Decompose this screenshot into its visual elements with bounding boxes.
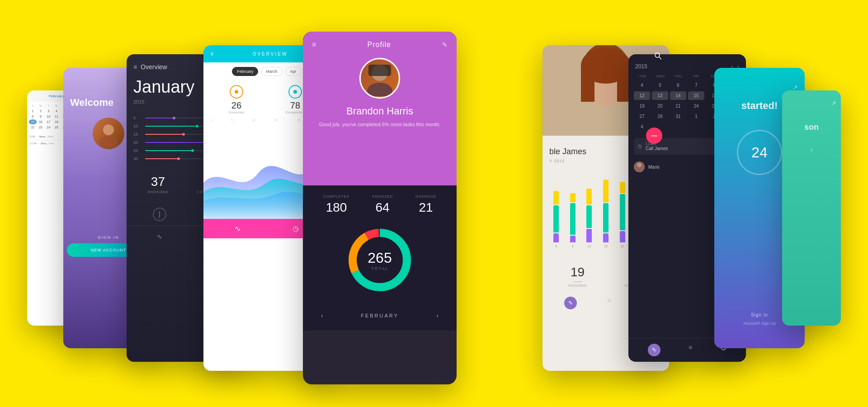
s9-exit-icon[interactable]: ↗ xyxy=(831,99,836,107)
tab-april[interactable]: Apr xyxy=(285,67,302,76)
s5-edit-icon[interactable]: ✎ xyxy=(442,41,448,48)
svg-point-0 xyxy=(103,124,114,135)
s9-text: son xyxy=(804,123,819,132)
svg-line-17 xyxy=(659,57,661,59)
s5-top-bar: ≡ Profile ✎ xyxy=(312,41,448,49)
s5-menu-icon[interactable]: ≡ xyxy=(312,41,316,49)
s7-list-icon[interactable]: ≡ xyxy=(689,344,692,356)
s5-bottom-section: COMPLETED 180 SNOOZED 64 OVERDUE 21 xyxy=(303,185,457,331)
s5-overdue-label: OVERDUE xyxy=(415,194,437,199)
s3-title: Overview xyxy=(141,63,167,71)
s7-year: 2015 xyxy=(635,63,647,70)
svg-point-16 xyxy=(655,53,660,57)
s9-arrow-icon[interactable]: › xyxy=(810,146,812,154)
svg-point-3 xyxy=(367,83,392,96)
tab-march[interactable]: March xyxy=(261,67,282,76)
s5-snoozed-val: 64 xyxy=(372,200,393,215)
s5-snoozed-label: SNOOZED xyxy=(372,194,393,199)
tab-february[interactable]: February xyxy=(232,67,258,76)
svg-rect-14 xyxy=(581,66,594,102)
s5-completed-label: COMPLETED xyxy=(323,194,350,199)
s8-exit-icon[interactable]: ↗ xyxy=(793,84,798,91)
s5-total-label: TOTAL xyxy=(368,266,392,271)
s5-user-name: Brandon Harris xyxy=(346,105,413,117)
s6-search-icon[interactable] xyxy=(654,52,662,62)
s5-avatar xyxy=(359,58,400,99)
s3-menu-icon[interactable]: ≡ xyxy=(133,63,137,71)
screens-container: February S M T W T F S 1 2 3 4 5 6 7 8 9… xyxy=(27,18,841,389)
s3-wave-icon[interactable]: ∿ xyxy=(157,233,162,240)
svg-point-19 xyxy=(635,168,643,172)
s8-started-text: started! xyxy=(741,100,778,112)
s2-user-photo xyxy=(93,118,124,149)
screen-teal-right: ↗ son › xyxy=(782,90,841,326)
s5-profile-title: Profile xyxy=(367,41,391,49)
s5-next-month-btn[interactable]: › xyxy=(436,312,439,319)
svg-rect-5 xyxy=(368,65,391,76)
s5-metrics: COMPLETED 180 SNOOZED 64 OVERDUE 21 xyxy=(312,194,448,215)
s5-prev-month-btn[interactable]: ‹ xyxy=(321,312,323,319)
svg-point-1 xyxy=(99,136,118,147)
s6-list-icon[interactable]: ≡ xyxy=(607,297,611,309)
s6-fab-btn[interactable]: ••• xyxy=(646,128,662,144)
s4-snoozed-lbl: Snoozed xyxy=(229,111,245,114)
s6-snoozed-lbl: SNOOZED xyxy=(568,284,587,287)
s6-pencil-icon[interactable]: ✎ xyxy=(564,297,577,309)
s5-total-num: 265 xyxy=(368,250,392,266)
s5-top-section: ≡ Profile ✎ Brandon Harris Good job, you… xyxy=(303,32,457,185)
s5-subtitle: Good job, you've completed 6% more tasks… xyxy=(319,121,441,128)
s3-snoozed-label: SNOOZED xyxy=(147,190,169,194)
s5-month-label: FEBRUARY xyxy=(361,313,399,318)
s8-num-val: 24 xyxy=(751,144,768,161)
s8-signup-link[interactable]: Account? Sign Up xyxy=(743,321,776,326)
s5-overdue-val: 21 xyxy=(415,200,437,215)
s4-wave-icon[interactable]: ∿ xyxy=(235,224,241,233)
s4-snoozed-val: 26 xyxy=(229,100,245,111)
s5-month-nav: ‹ FEBRUARY › xyxy=(312,305,448,322)
s3-snoozed-val: 37 xyxy=(147,175,169,189)
s6-snoozed-val: 19 xyxy=(568,265,587,279)
svg-point-18 xyxy=(637,163,642,167)
s5-donut-chart: 265 TOTAL xyxy=(312,224,448,296)
s4-menu-icon[interactable]: ≡ xyxy=(210,51,213,57)
s8-num-circle: 24 xyxy=(737,130,782,175)
s5-completed-val: 180 xyxy=(323,200,350,215)
s4-clock-icon[interactable]: ◷ xyxy=(292,224,299,233)
s7-pencil-icon[interactable]: ✎ xyxy=(648,344,660,356)
s8-signin-btn[interactable]: Sign In xyxy=(751,312,768,317)
s4-completed-val: 78 xyxy=(286,100,305,111)
s4-completed-lbl: Completed xyxy=(286,111,305,114)
screen-profile-center: ≡ Profile ✎ Brandon Harris Good job, you… xyxy=(303,32,457,384)
